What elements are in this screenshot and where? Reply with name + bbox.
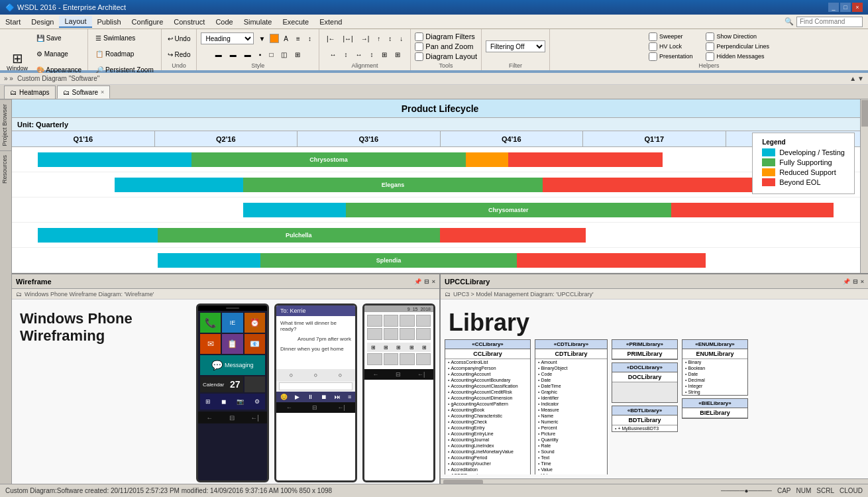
border-btn[interactable]: □ [266, 47, 276, 62]
library-pin-icon[interactable]: 📌 [843, 278, 850, 285]
hvlock-checkbox[interactable] [649, 42, 657, 51]
hidden-messages-checkbox[interactable] [706, 52, 714, 61]
align-vert-bottom[interactable]: ↓ [396, 31, 406, 46]
align-horiz-right[interactable]: →| [358, 31, 373, 46]
save-button[interactable]: 💾 Save [33, 30, 85, 45]
tab-heatmaps-label: Heatmaps [19, 89, 50, 96]
scroll-thumb[interactable] [861, 100, 868, 127]
bar-chrysostoma-support: Chrysostoma [191, 152, 465, 167]
wireframe-pin-icon[interactable]: 📌 [414, 278, 421, 285]
align-right-btn[interactable]: ▬ [241, 47, 254, 62]
cdt-14: Quantity [535, 437, 607, 443]
find-command-input[interactable] [796, 17, 863, 27]
zoom-slider[interactable]: ─────●───── [721, 487, 772, 494]
bar-splendia-dev [158, 253, 260, 268]
cdt-18: Time [535, 461, 607, 467]
filter-group-label: Filter [509, 62, 522, 69]
q1-16: Q1'16 [12, 131, 155, 146]
tab-heatmaps[interactable]: 🗂 Heatmaps [4, 85, 56, 99]
legend-reduced: Reduced Support [762, 168, 845, 176]
menu-configure[interactable]: Configure [127, 17, 169, 27]
show-direction-checkbox[interactable] [706, 32, 714, 41]
gantt-row-chrysostoma: Chrysostoma [12, 147, 868, 172]
presentation-checkbox[interactable] [649, 52, 657, 61]
cdt-10: Name [535, 413, 607, 419]
heading-select[interactable]: Heading [201, 32, 254, 44]
sweeper-checkbox[interactable] [649, 32, 657, 41]
lib-item-9: AccountingBook [445, 407, 530, 413]
swimlanes-button[interactable]: ☰ Swimlanes [92, 30, 157, 45]
ribbon-filter-group: Filtering Off Filter [482, 29, 550, 70]
tab-close-icon[interactable]: × [101, 89, 104, 95]
bold-btn[interactable]: ≡ [293, 31, 303, 46]
redo-button[interactable]: ↪ Redo [164, 47, 194, 62]
filter-select[interactable]: Filtering Off [486, 40, 545, 52]
menu-start[interactable]: Start [0, 17, 26, 27]
lib-far-col: «ENUMLibrary» ENUMLibrary Binary Boolean… [682, 339, 748, 419]
wireframe-float-icon[interactable]: ⊟ [424, 278, 429, 285]
perpendicular-lines-checkbox[interactable] [706, 42, 714, 51]
menu-publish[interactable]: Publish [92, 17, 127, 27]
lib-item-5: AccountingAccountClassification [445, 383, 530, 389]
maximize-button[interactable]: □ [840, 3, 851, 12]
ribbon: ⊞Window 💾 Save ⚙ Manage 🎨 Appearance ✏ E… [0, 29, 868, 73]
cdt-2: BinaryObject [535, 365, 607, 371]
menu-simulate[interactable]: Simulate [239, 17, 278, 27]
italic-btn[interactable]: ↕ [305, 31, 315, 46]
menu-layout[interactable]: Layout [59, 16, 91, 28]
same-size[interactable]: ⊞ [378, 47, 390, 62]
grid-btn[interactable]: ⊞ [392, 47, 404, 62]
fill-btn[interactable]: ▪ [256, 47, 265, 62]
shadow-btn[interactable]: ◫ [278, 47, 290, 62]
path-scroll-down[interactable]: ▼ [857, 75, 864, 82]
style-dropdown-btn[interactable]: ▼ [255, 31, 268, 46]
align-vert-center[interactable]: ↕ [385, 31, 395, 46]
color-picker-btn[interactable] [270, 34, 279, 43]
cal-img-4 [416, 315, 431, 327]
pan-zoom-checkbox[interactable] [415, 42, 423, 51]
library-close-icon[interactable]: × [861, 278, 864, 285]
lib-box-cc-stereotype: «CCLibrary» [445, 340, 530, 349]
library-float-icon[interactable]: ⊟ [853, 278, 858, 285]
dist-vert[interactable]: ↕ [341, 47, 351, 62]
menu-extend[interactable]: Extend [314, 17, 347, 27]
roadmap-button[interactable]: 📋 Roadmap [92, 46, 157, 61]
legend-color-fully [762, 158, 775, 166]
sms-input-field[interactable] [279, 382, 353, 390]
gantt-scrollbar[interactable] [860, 99, 868, 273]
align-horiz-left[interactable]: |← [323, 31, 339, 46]
sms-to: To: Kerrie [280, 307, 306, 314]
align-left-btn[interactable]: ▬ [212, 47, 225, 62]
size-btn[interactable]: ⊞ [292, 47, 303, 62]
menu-construct[interactable]: Construct [168, 17, 210, 27]
alignment-group-label: Alignment [352, 62, 378, 69]
tab-software[interactable]: 🗂 Software × [57, 85, 111, 99]
minimize-button[interactable]: _ [828, 3, 839, 12]
title-controls[interactable]: _ □ × [828, 3, 863, 12]
close-button[interactable]: × [852, 3, 863, 12]
menu-code[interactable]: Code [210, 17, 238, 27]
content-area: Product Lifecycle Unit: Quarterly Q1'16 … [12, 99, 868, 486]
align-center-btn[interactable]: ▬ [227, 47, 240, 62]
dist-horiz[interactable]: ↔ [327, 47, 340, 62]
menu-execute[interactable]: Execute [277, 17, 314, 27]
menu-bar: Start Design Layout Publish Configure Co… [0, 15, 868, 29]
manage-button[interactable]: ⚙ Manage [33, 46, 85, 61]
line-color-btn[interactable]: A [280, 31, 292, 46]
cal-img-9 [367, 353, 382, 365]
path-scroll-up[interactable]: ▲ [849, 75, 856, 82]
sidebar-tab-resources[interactable]: Resources [0, 150, 11, 188]
same-width[interactable]: ↔ [353, 47, 366, 62]
diagram-layout-checkbox[interactable] [415, 52, 423, 61]
align-vert-top[interactable]: ↑ [374, 31, 384, 46]
diagram-filters-checkbox[interactable] [415, 32, 423, 41]
menu-design[interactable]: Design [26, 17, 59, 27]
undo-button[interactable]: ↩ Undo [164, 31, 194, 46]
path-arrows[interactable]: » » [4, 75, 13, 82]
same-height[interactable]: ↕ [367, 47, 377, 62]
enum-4: Decimal [682, 377, 747, 383]
wireframe-close-icon[interactable]: × [432, 278, 435, 285]
sms-q1: What time will dinner be ready? [280, 320, 351, 332]
align-horiz-center[interactable]: |↔| [339, 31, 356, 46]
sidebar-tab-project-browser[interactable]: Project Browser [0, 99, 11, 150]
